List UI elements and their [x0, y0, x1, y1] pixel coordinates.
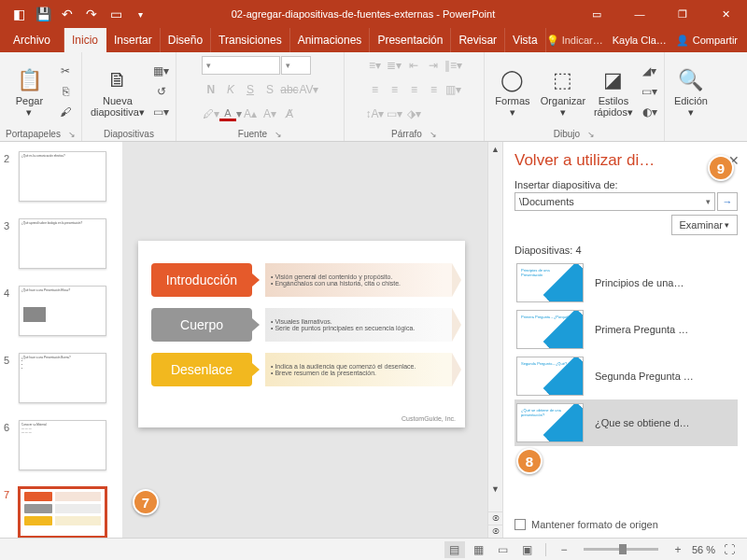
italic-button[interactable]: K — [221, 80, 240, 99]
indent-decrease-button[interactable]: ⇤ — [404, 56, 423, 75]
ribbon-display-icon[interactable]: ▭ — [575, 0, 618, 28]
slideshow-view-icon[interactable]: ▣ — [517, 541, 538, 558]
justify-button[interactable]: ≡ — [424, 80, 443, 99]
editor-scrollbar[interactable]: ▲ ▼ ⦿ ⦿ — [487, 142, 502, 538]
prev-slide-icon[interactable]: ⦿ — [488, 511, 502, 525]
thumbnail[interactable]: 4 ¿Qué hace a una Presentación Eficaz? — [0, 282, 122, 349]
grow-font-button[interactable]: A▴ — [241, 105, 260, 123]
numbering-button[interactable]: ≣▾ — [385, 56, 403, 75]
quick-styles-button[interactable]: ◪ Estilos rápidos▾ — [591, 61, 636, 122]
sorter-view-icon[interactable]: ▦ — [469, 541, 489, 558]
tab-insertar[interactable]: Insertar — [106, 28, 161, 52]
slide-editor: Introducción Visión general del contenid… — [123, 142, 502, 538]
font-size-select[interactable]: ▾ — [281, 56, 311, 75]
paste-button[interactable]: 📋 Pegar▾ — [7, 61, 51, 122]
go-button[interactable]: → — [717, 192, 738, 211]
path-dropdown[interactable]: \Documents▾ — [514, 192, 715, 211]
minimize-icon[interactable]: — — [618, 0, 661, 28]
scroll-down-icon[interactable]: ▼ — [488, 482, 502, 497]
find-icon: 🔍 — [676, 65, 706, 95]
shadow-button[interactable]: S — [261, 80, 279, 99]
indent-increase-button[interactable]: ⇥ — [424, 56, 443, 75]
tab-animaciones[interactable]: Animaciones — [290, 28, 371, 52]
qat-customize-icon[interactable]: ▾ — [129, 3, 151, 25]
user-name[interactable]: Kayla Cla… — [613, 35, 667, 46]
scroll-up-icon[interactable]: ▲ — [488, 142, 502, 157]
reset-icon[interactable]: ↺ — [153, 83, 170, 100]
line-spacing-button[interactable]: ‖≡▾ — [444, 56, 462, 75]
spacing-button[interactable]: AV▾ — [300, 80, 318, 99]
shape-fill-icon[interactable]: ◢▾ — [641, 63, 658, 79]
arrange-button[interactable]: ⬚ Organizar▾ — [541, 61, 585, 122]
restore-icon[interactable]: ❐ — [661, 0, 704, 28]
tab-diseno[interactable]: Diseño — [161, 28, 211, 52]
start-from-beginning-icon[interactable]: ▭ — [105, 3, 127, 25]
next-slide-icon[interactable]: ⦿ — [488, 525, 502, 538]
save-icon[interactable]: 💾 — [32, 3, 54, 25]
group-label: Párrafo — [391, 129, 422, 139]
shape-effects-icon[interactable]: ◐▾ — [641, 104, 658, 120]
dialog-launcher-icon[interactable]: ↘ — [587, 130, 595, 139]
highlight-button[interactable]: 🖊▾ — [202, 105, 220, 123]
align-center-button[interactable]: ≡ — [385, 80, 403, 99]
reuse-slide-item[interactable]: Primera Pregunta - ¿Porqué? Primera Preg… — [514, 306, 738, 353]
reuse-slide-item[interactable]: Principios de unaPresentación Principios… — [514, 259, 738, 306]
fit-to-window-icon[interactable]: ⛶ — [719, 541, 740, 558]
tab-transiciones[interactable]: Transiciones — [211, 28, 290, 52]
tab-file[interactable]: Archivo — [0, 28, 64, 52]
align-text-button[interactable]: ▭▾ — [385, 105, 403, 123]
shapes-button[interactable]: ◯ Formas▾ — [490, 61, 535, 122]
layout-icon[interactable]: ▦▾ — [153, 63, 170, 79]
zoom-slider[interactable] — [584, 548, 658, 551]
diagram-body: Visuales llamativos.Serie de puntos prin… — [265, 308, 452, 342]
tell-me[interactable]: 💡 Indicar… — [546, 35, 603, 47]
tab-inicio[interactable]: Inicio — [64, 28, 106, 52]
reuse-slide-item[interactable]: Segunda Pregunta - ¿Qué? Segunda Pregunt… — [514, 353, 738, 399]
undo-icon[interactable]: ↶ — [56, 3, 78, 25]
tab-vista[interactable]: Vista — [505, 28, 545, 52]
cut-icon[interactable]: ✂ — [57, 63, 74, 79]
checkbox-icon[interactable] — [514, 519, 526, 530]
zoom-in-icon[interactable]: + — [668, 541, 688, 558]
slide-canvas[interactable]: Introducción Visión general del contenid… — [138, 241, 465, 427]
new-slide-button[interactable]: 🗎 Nueva diapositiva▾ — [88, 61, 148, 122]
close-icon[interactable]: ✕ — [704, 0, 747, 28]
underline-button[interactable]: S — [241, 80, 260, 99]
section-icon[interactable]: ▭▾ — [153, 104, 170, 120]
columns-button[interactable]: ▥▾ — [444, 80, 462, 99]
zoom-out-icon[interactable]: − — [554, 541, 574, 558]
keep-source-formatting-checkbox[interactable]: Mantener formato de origen — [514, 519, 738, 530]
thumbnail[interactable]: 3 ¿Qué aprendí sobre biología en la pres… — [0, 215, 122, 282]
shrink-font-button[interactable]: A▾ — [261, 105, 279, 123]
thumbnail[interactable]: 5 ¿Qué hace a una Presentación Buena?••• — [0, 349, 122, 416]
font-family-select[interactable]: ▾ — [202, 56, 280, 75]
strike-button[interactable]: abc — [280, 80, 299, 99]
redo-icon[interactable]: ↷ — [80, 3, 103, 25]
align-right-button[interactable]: ≡ — [404, 80, 423, 99]
font-color-button[interactable]: A▾ — [221, 105, 240, 123]
smartart-button[interactable]: ⬗▾ — [404, 105, 423, 123]
copy-icon[interactable]: ⎘ — [57, 83, 74, 100]
shape-outline-icon[interactable]: ▭▾ — [641, 83, 658, 100]
editing-button[interactable]: 🔍 Edición▾ — [670, 61, 712, 122]
dialog-launcher-icon[interactable]: ↘ — [68, 130, 76, 139]
bullets-button[interactable]: ≡▾ — [365, 56, 384, 75]
dialog-launcher-icon[interactable]: ↘ — [275, 130, 282, 139]
callout-9: 9 — [708, 155, 734, 181]
thumbnail[interactable]: 6 Conocer su Material— — —— — — — [0, 416, 122, 483]
share-button[interactable]: 👤Compartir — [676, 35, 738, 47]
text-direction-button[interactable]: ↕A▾ — [365, 105, 384, 123]
reuse-slide-item-selected[interactable]: ¿Qué se obtiene de una presentación? ¿Qu… — [514, 399, 738, 446]
align-left-button[interactable]: ≡ — [365, 80, 384, 99]
clear-format-button[interactable]: A̸ — [280, 105, 299, 123]
bold-button[interactable]: N — [202, 80, 220, 99]
tab-revisar[interactable]: Revisar — [451, 28, 505, 52]
format-painter-icon[interactable]: 🖌 — [57, 104, 74, 120]
thumbnail[interactable]: 2 ¿Qué es la comunicación efectiva? — [0, 147, 122, 215]
thumbnail-selected[interactable]: 7 — [0, 483, 122, 538]
reading-view-icon[interactable]: ▭ — [493, 541, 514, 558]
tab-presentacion[interactable]: Presentación — [370, 28, 451, 52]
browse-button[interactable]: Examinar ▾ — [671, 215, 738, 235]
dialog-launcher-icon[interactable]: ↘ — [430, 130, 437, 139]
normal-view-icon[interactable]: ▤ — [444, 541, 465, 558]
